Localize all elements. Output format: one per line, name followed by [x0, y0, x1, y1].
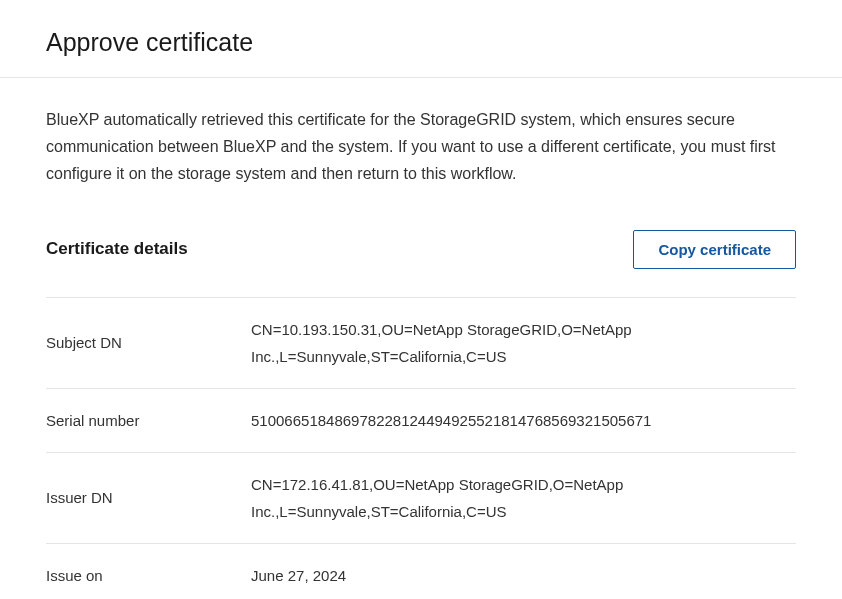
table-row: Issue on June 27, 2024 [46, 543, 796, 599]
row-value-issuer-dn: CN=172.16.41.81,OU=NetApp StorageGRID,O=… [251, 471, 796, 525]
page-header: Approve certificate [0, 0, 842, 78]
row-value-serial-number: 5100665184869782281244949255218147685693… [251, 407, 796, 434]
row-label-issuer-dn: Issuer DN [46, 489, 251, 506]
row-value-issue-on: June 27, 2024 [251, 562, 796, 589]
row-label-serial-number: Serial number [46, 412, 251, 429]
table-row: Issuer DN CN=172.16.41.81,OU=NetApp Stor… [46, 452, 796, 543]
content-area: BlueXP automatically retrieved this cert… [0, 78, 842, 599]
details-header: Certificate details Copy certificate [46, 230, 796, 269]
copy-certificate-button[interactable]: Copy certificate [633, 230, 796, 269]
details-title: Certificate details [46, 239, 188, 259]
row-value-subject-dn: CN=10.193.150.31,OU=NetApp StorageGRID,O… [251, 316, 796, 370]
row-label-subject-dn: Subject DN [46, 334, 251, 351]
certificate-description: BlueXP automatically retrieved this cert… [46, 106, 796, 188]
table-row: Subject DN CN=10.193.150.31,OU=NetApp St… [46, 297, 796, 388]
certificate-details-table: Subject DN CN=10.193.150.31,OU=NetApp St… [46, 297, 796, 599]
table-row: Serial number 51006651848697822812449492… [46, 388, 796, 452]
row-label-issue-on: Issue on [46, 567, 251, 584]
page-title: Approve certificate [46, 28, 796, 57]
